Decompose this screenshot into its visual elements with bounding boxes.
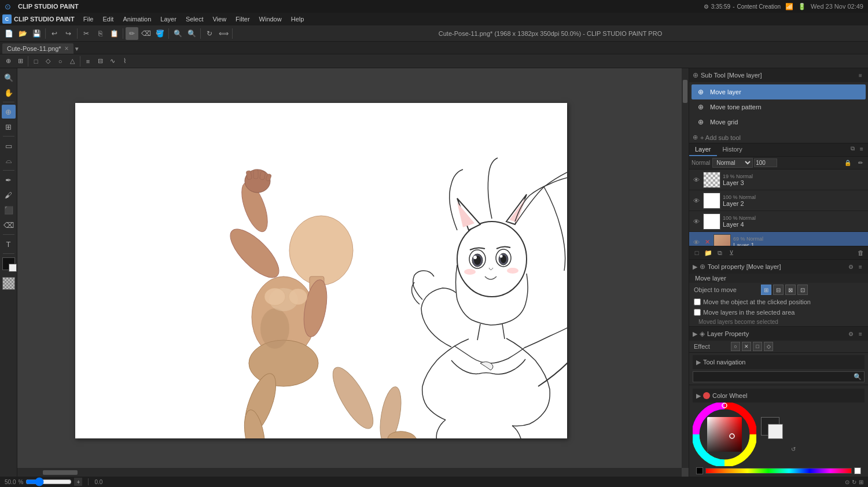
layer-tab[interactable]: Layer xyxy=(689,143,717,156)
vertical-scrollbar[interactable] xyxy=(682,68,689,468)
menu-layer[interactable]: Layer xyxy=(156,14,181,24)
menu-window[interactable]: Window xyxy=(255,14,286,24)
history-tab[interactable]: History xyxy=(717,143,748,156)
brush-tool[interactable]: 🖌 xyxy=(2,188,16,202)
fill-tool-btn[interactable]: 🪣 xyxy=(153,27,166,40)
checker-swatch[interactable] xyxy=(2,277,15,290)
opt2[interactable]: ◇ xyxy=(42,56,54,67)
opt4[interactable]: △ xyxy=(67,56,78,67)
background-color[interactable] xyxy=(9,264,17,272)
undo-btn[interactable]: ↩ xyxy=(48,27,61,40)
menu-animation[interactable]: Animation xyxy=(119,14,155,24)
tool-nav-collapse[interactable]: ▶ xyxy=(696,359,701,366)
move-icon-3[interactable]: ⊠ xyxy=(785,285,796,295)
tool-prop-collapse[interactable]: ▶ xyxy=(693,263,697,271)
effect-btn-4[interactable]: ◇ xyxy=(764,342,773,351)
opacity-input[interactable] xyxy=(754,158,777,167)
new-folder-btn[interactable]: 📁 xyxy=(703,248,713,258)
blend-mode-select[interactable]: Normal xyxy=(712,158,753,168)
menu-filter[interactable]: Filter xyxy=(231,14,253,24)
layer-panel-menu[interactable]: ≡ xyxy=(858,145,866,153)
layer-row[interactable]: 👁 100 % Normal Layer 2 xyxy=(689,190,868,211)
layer-prop-collapse[interactable]: ▶ xyxy=(693,330,697,338)
new-layer-btn[interactable]: □ xyxy=(692,248,702,258)
eraser-tool[interactable]: ⌫ xyxy=(2,218,16,232)
opt7[interactable]: ∿ xyxy=(106,56,118,67)
layer-panel-collapse[interactable]: ⧉ xyxy=(848,145,856,153)
color-wheel-svg[interactable] xyxy=(693,403,756,466)
effect-btn-1[interactable]: ○ xyxy=(731,342,740,351)
opt1[interactable]: □ xyxy=(30,56,42,67)
tool-nav-search-icon[interactable]: 🔍 xyxy=(854,373,862,381)
menu-edit[interactable]: Edit xyxy=(98,14,117,24)
zoom-tool[interactable]: 🔍 xyxy=(2,71,16,84)
menu-file[interactable]: File xyxy=(79,14,98,24)
text-tool[interactable]: T xyxy=(2,237,16,251)
hand-tool[interactable]: ✋ xyxy=(2,86,16,99)
eraser-tool-btn[interactable]: ⌫ xyxy=(139,27,152,40)
doc-tab-close[interactable]: × xyxy=(65,45,69,53)
layer-row-active[interactable]: 👁 ✕ 69 % Normal Layer 1 xyxy=(689,232,868,246)
tool-prop-menu[interactable]: ≡ xyxy=(856,263,865,271)
move-clicked-input[interactable] xyxy=(694,298,701,305)
reset-colors-btn[interactable]: ↺ xyxy=(791,446,796,452)
zoom-out-btn[interactable]: 🔍 xyxy=(185,27,198,40)
lasso-tool[interactable]: ⌓ xyxy=(2,154,16,168)
move-layer-icon[interactable]: ⊕ xyxy=(2,56,14,67)
open-btn[interactable]: 📂 xyxy=(16,27,29,40)
cut-btn[interactable]: ✂ xyxy=(80,27,93,40)
opt6[interactable]: ⊟ xyxy=(94,56,106,67)
effect-btn-3[interactable]: □ xyxy=(753,342,762,351)
layer-delete-x[interactable]: ✕ xyxy=(703,238,711,246)
transform-tool[interactable]: ⊞ xyxy=(2,120,16,134)
status-btn-2[interactable]: ↻ xyxy=(852,479,856,485)
layer-edit-btn[interactable]: ✏ xyxy=(855,158,866,167)
new-btn[interactable]: 📄 xyxy=(2,27,15,40)
opt3[interactable]: ○ xyxy=(54,56,66,67)
save-btn[interactable]: 💾 xyxy=(30,27,43,40)
delete-layer-btn[interactable]: 🗑 xyxy=(855,248,866,258)
pen-tool[interactable]: ✒ xyxy=(2,173,16,187)
menu-select[interactable]: Select xyxy=(182,14,208,24)
sub-tool-move-tone[interactable]: ⊕ Move tone pattern xyxy=(692,99,866,115)
hue-bar[interactable] xyxy=(705,468,852,474)
sub-tool-move-layer[interactable]: ⊕ Move layer xyxy=(692,84,866,99)
zoom-plus-btn[interactable]: + xyxy=(74,478,82,486)
select-tool[interactable]: ▭ xyxy=(2,139,16,153)
wifi-icon[interactable]: 📶 xyxy=(785,3,793,10)
layer-row[interactable]: 👁 19 % Normal Layer 3 xyxy=(689,169,868,190)
foreground-color[interactable] xyxy=(2,257,15,270)
layer-vis-icon[interactable]: 👁 xyxy=(692,238,701,246)
redo-btn[interactable]: ↪ xyxy=(62,27,75,40)
copy-btn[interactable]: ⎘ xyxy=(94,27,106,40)
move-selected-input[interactable] xyxy=(694,309,701,316)
battery-icon[interactable]: 🔋 xyxy=(798,3,806,10)
h-scroll-thumb[interactable] xyxy=(43,470,78,475)
layer-vis-icon[interactable]: 👁 xyxy=(692,196,701,205)
document-tab[interactable]: Cute-Pose-11.png* × xyxy=(2,43,73,54)
move-clicked-checkbox[interactable]: Move the object at the clicked position xyxy=(694,298,811,305)
v-scroll-thumb[interactable] xyxy=(683,80,687,103)
effect-btn-2[interactable]: ✕ xyxy=(742,342,751,351)
transform-icon[interactable]: ⊞ xyxy=(14,56,26,67)
layer-vis-icon[interactable]: 👁 xyxy=(692,175,701,185)
black-swatch[interactable] xyxy=(696,467,703,474)
merge-down-btn[interactable]: ⊻ xyxy=(726,248,737,258)
flip-btn[interactable]: ⟺ xyxy=(217,27,230,40)
rotate-btn[interactable]: ↻ xyxy=(203,27,216,40)
white-swatch[interactable] xyxy=(854,467,861,474)
brush-tool-btn[interactable]: ✏ xyxy=(126,27,138,40)
sub-tool-menu-btn[interactable]: ≡ xyxy=(856,71,865,79)
duplicate-layer-btn[interactable]: ⧉ xyxy=(715,248,725,258)
move-icon-2[interactable]: ⊟ xyxy=(773,285,784,295)
menu-help[interactable]: Help xyxy=(287,14,308,24)
menu-view[interactable]: View xyxy=(208,14,230,24)
layer-row[interactable]: 👁 100 % Normal Layer 4 xyxy=(689,211,868,232)
status-btn-3[interactable]: ⊞ xyxy=(859,479,863,485)
tool-prop-settings[interactable]: ⚙ xyxy=(847,263,855,271)
canvas[interactable] xyxy=(75,103,567,438)
move-selected-checkbox[interactable]: Move layers in the selected area xyxy=(694,309,795,316)
layer-vis-icon[interactable]: 👁 xyxy=(692,217,701,226)
layer-prop-settings[interactable]: ⚙ xyxy=(847,330,855,338)
opt8[interactable]: ⌇ xyxy=(119,56,130,67)
